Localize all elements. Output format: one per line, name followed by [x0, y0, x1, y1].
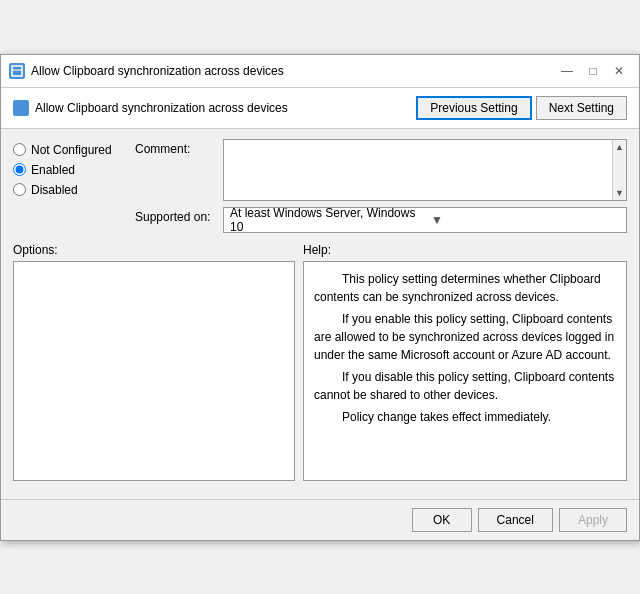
title-controls: — □ ✕ [555, 61, 631, 81]
comment-row: Comment: ▲ ▼ [135, 139, 627, 201]
radio-group: Not Configured Enabled Disabled [13, 139, 123, 233]
supported-row: Supported on: At least Windows Server, W… [135, 207, 627, 233]
supported-value-wrapper: At least Windows Server, Windows 10 ▼ [223, 207, 627, 233]
header-bar: Allow Clipboard synchronization across d… [1, 88, 639, 129]
scroll-up-arrow: ▲ [615, 142, 624, 152]
options-section-label: Options: [13, 243, 303, 257]
content-area: Not Configured Enabled Disabled Comment: [1, 129, 639, 491]
help-text-3: If you disable this policy setting, Clip… [314, 368, 616, 404]
comment-textarea[interactable] [224, 140, 612, 200]
header-title: Allow Clipboard synchronization across d… [35, 101, 288, 115]
help-text-1: This policy setting determines whether C… [314, 270, 616, 306]
prev-setting-button[interactable]: Previous Setting [416, 96, 531, 120]
minimize-button[interactable]: — [555, 61, 579, 81]
title-bar-left: Allow Clipboard synchronization across d… [9, 63, 284, 79]
help-text-4: Policy change takes effect immediately. [314, 408, 616, 426]
maximize-button[interactable]: □ [581, 61, 605, 81]
help-text-2: If you enable this policy setting, Clipb… [314, 310, 616, 364]
policy-icon [13, 100, 29, 116]
header-buttons: Previous Setting Next Setting [416, 96, 627, 120]
options-panel [13, 261, 295, 481]
help-panel: This policy setting determines whether C… [303, 261, 627, 481]
window-icon [9, 63, 25, 79]
comment-field-wrapper: ▲ ▼ [223, 139, 627, 201]
window-title: Allow Clipboard synchronization across d… [31, 64, 284, 78]
apply-button[interactable]: Apply [559, 508, 627, 532]
supported-value: At least Windows Server, Windows 10 [224, 204, 425, 236]
comment-scrollbar[interactable]: ▲ ▼ [612, 140, 626, 200]
disabled-radio[interactable]: Disabled [13, 183, 123, 197]
comment-label: Comment: [135, 139, 215, 156]
supported-scroll-arrow: ▼ [425, 211, 626, 229]
middle-labels: Options: Help: [13, 243, 627, 257]
enabled-label: Enabled [31, 163, 75, 177]
disabled-label: Disabled [31, 183, 78, 197]
help-section-label: Help: [303, 243, 627, 257]
not-configured-label: Not Configured [31, 143, 112, 157]
right-section: Comment: ▲ ▼ Supported on: At least Wind… [135, 139, 627, 233]
footer: OK Cancel Apply [1, 499, 639, 540]
close-button[interactable]: ✕ [607, 61, 631, 81]
top-section: Not Configured Enabled Disabled Comment: [13, 139, 627, 233]
main-window: Allow Clipboard synchronization across d… [0, 54, 640, 541]
next-setting-button[interactable]: Next Setting [536, 96, 627, 120]
scroll-down-arrow: ▼ [615, 188, 624, 198]
title-bar: Allow Clipboard synchronization across d… [1, 55, 639, 88]
svg-rect-0 [12, 66, 22, 76]
supported-label: Supported on: [135, 207, 215, 224]
bottom-panels: This policy setting determines whether C… [13, 261, 627, 481]
cancel-button[interactable]: Cancel [478, 508, 553, 532]
not-configured-radio[interactable]: Not Configured [13, 143, 123, 157]
header-left: Allow Clipboard synchronization across d… [13, 100, 288, 116]
ok-button[interactable]: OK [412, 508, 472, 532]
enabled-radio[interactable]: Enabled [13, 163, 123, 177]
